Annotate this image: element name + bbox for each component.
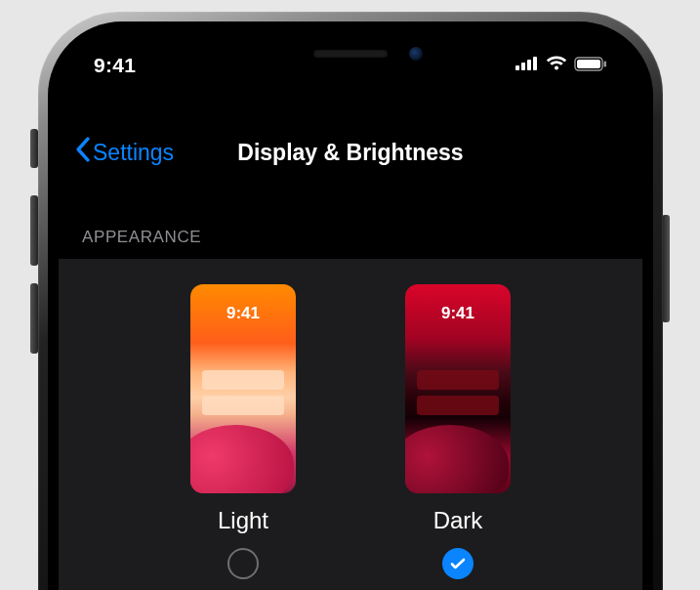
appearance-radio-dark[interactable] (442, 548, 474, 579)
svg-rect-5 (577, 60, 600, 68)
preview-card (417, 396, 499, 415)
volume-up-button (30, 195, 38, 266)
svg-rect-2 (527, 60, 531, 70)
speaker-grille (313, 50, 388, 58)
appearance-option-light[interactable]: 9:41 Light (190, 284, 296, 579)
preview-blob (405, 425, 509, 493)
volume-down-button (30, 283, 38, 354)
appearance-option-label: Light (218, 507, 268, 534)
appearance-option-label: Dark (433, 507, 483, 534)
nav-header: Settings Display & Brightness (59, 130, 642, 175)
appearance-panel: 9:41 Light 9:41 (59, 259, 642, 590)
appearance-section: APPEARANCE 9:41 Light (59, 218, 642, 590)
preview-time: 9:41 (405, 304, 511, 323)
chevron-left-icon (74, 137, 93, 168)
phone-frame: 9:41 Set (38, 12, 663, 590)
svg-rect-6 (604, 61, 607, 66)
preview-blob (190, 425, 294, 493)
screen: 9:41 Set (59, 32, 642, 590)
battery-icon (574, 57, 607, 75)
preview-card (202, 370, 284, 390)
preview-time: 9:41 (190, 304, 296, 323)
wifi-icon (546, 56, 567, 75)
status-icons (515, 56, 607, 75)
mute-switch (30, 129, 38, 168)
back-label: Settings (93, 140, 174, 166)
front-camera (409, 47, 423, 61)
preview-card (202, 396, 284, 415)
svg-rect-0 (515, 65, 519, 70)
status-time: 9:41 (94, 54, 136, 77)
appearance-radio-light[interactable] (227, 548, 259, 579)
notch (214, 32, 487, 75)
cellular-signal-icon (515, 57, 539, 74)
appearance-preview-dark: 9:41 (405, 284, 511, 493)
preview-card (417, 370, 499, 390)
checkmark-icon (449, 555, 467, 572)
appearance-option-dark[interactable]: 9:41 Dark (405, 284, 511, 579)
section-label-appearance: APPEARANCE (59, 218, 642, 259)
svg-rect-1 (521, 63, 525, 70)
svg-rect-3 (533, 57, 537, 70)
appearance-preview-light: 9:41 (190, 284, 296, 493)
power-button (662, 215, 670, 322)
back-button[interactable]: Settings (74, 137, 174, 168)
